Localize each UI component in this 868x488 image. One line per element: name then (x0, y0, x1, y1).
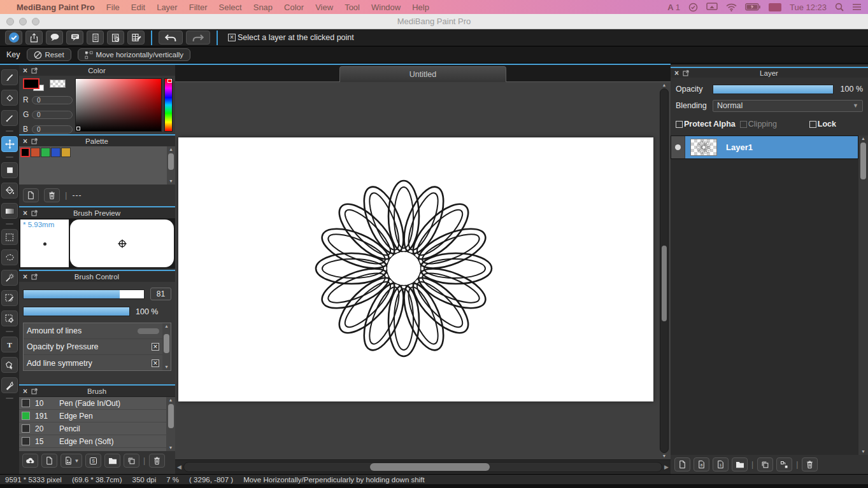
scroll-up-icon[interactable]: ▲ (169, 398, 173, 403)
close-icon[interactable]: × (23, 273, 27, 281)
gradient-tool[interactable] (1, 203, 18, 219)
popout-icon[interactable] (683, 70, 689, 76)
search-icon[interactable] (835, 3, 844, 11)
new-brush-button[interactable] (41, 454, 57, 468)
protect-alpha-checkbox[interactable]: Protect Alpha (676, 120, 736, 129)
canvas-viewport[interactable]: ▲ ▼ (175, 82, 671, 459)
blending-dropdown[interactable]: Normal ▼ (713, 100, 863, 112)
foreground-color-swatch[interactable] (23, 78, 39, 89)
eraser-tool[interactable] (1, 90, 18, 106)
brush-tool[interactable] (1, 69, 18, 85)
cloud-brush-button[interactable] (22, 454, 38, 468)
scroll-left-icon[interactable]: ◀ (177, 464, 181, 470)
select-eraser-tool[interactable] (1, 310, 18, 326)
menu-list-icon[interactable] (852, 3, 862, 11)
close-icon[interactable]: × (23, 67, 27, 74)
document-history-button[interactable] (107, 31, 124, 45)
layer-row[interactable]: Layer1 (671, 136, 858, 159)
menu-edit[interactable]: Edit (131, 3, 145, 12)
hue-slider[interactable] (164, 78, 173, 132)
checkbox-checked-icon[interactable]: × (152, 343, 159, 351)
duplicate-layer-button[interactable] (757, 457, 773, 471)
scroll-down-icon[interactable]: ▼ (169, 179, 173, 184)
delete-brush-button[interactable] (149, 454, 165, 468)
document-tab[interactable]: Untitled (339, 66, 506, 82)
script-brush-button[interactable]: S (85, 454, 101, 468)
lasso-tool[interactable] (1, 249, 18, 265)
wifi-icon[interactable] (726, 3, 737, 11)
scroll-down-icon[interactable]: ▼ (164, 365, 169, 370)
brush-item[interactable]: 10 Pen (Fade In/Out) (19, 397, 166, 410)
brush-item[interactable]: 15 Edge Pen (Soft) (19, 435, 166, 448)
scroll-right-icon[interactable]: ▶ (664, 464, 669, 470)
transparent-color-swatch[interactable] (50, 80, 66, 88)
menu-tool[interactable]: Tool (345, 3, 360, 12)
option-row[interactable]: Add line symmetry × (24, 355, 162, 371)
palette-scrollbar[interactable]: ▲ ▼ (167, 146, 175, 185)
menu-file[interactable]: File (106, 3, 120, 12)
palette-swatch[interactable] (51, 148, 60, 157)
redo-button[interactable] (186, 31, 210, 45)
scroll-up-icon[interactable]: ▲ (662, 83, 667, 88)
scroll-up-icon[interactable]: ▲ (164, 324, 169, 329)
saturation-value-picker[interactable] (75, 78, 162, 132)
checkbox-checked-icon[interactable]: × (152, 359, 159, 367)
sync-check-icon[interactable] (688, 3, 698, 12)
popout-icon[interactable] (31, 67, 38, 74)
add-image-brush-button[interactable]: ▼ (60, 454, 82, 468)
bucket-tool[interactable] (1, 183, 18, 199)
palette-swatch[interactable] (20, 148, 30, 157)
close-icon[interactable]: × (23, 209, 27, 217)
move-mode-button[interactable]: Move horizontally/vertically (78, 48, 190, 61)
menu-color[interactable]: Color (284, 3, 304, 12)
visibility-icon[interactable] (675, 144, 681, 150)
scroll-thumb[interactable] (164, 334, 169, 353)
menu-window[interactable]: Window (371, 3, 401, 12)
scroll-thumb[interactable] (168, 404, 174, 428)
option-row[interactable]: Opacity by Pressure × (24, 339, 162, 355)
brush-scrollbar[interactable]: ▲ ▼ (166, 397, 175, 451)
scroll-up-icon[interactable]: ▲ (861, 136, 865, 141)
comment-button[interactable] (46, 31, 63, 45)
scroll-down-icon[interactable]: ▼ (861, 449, 865, 454)
move-tool[interactable] (1, 136, 18, 152)
scroll-thumb[interactable] (168, 153, 174, 170)
g-value-field[interactable]: 0 (32, 111, 73, 119)
scroll-down-icon[interactable]: ▼ (169, 445, 173, 450)
menu-app-name[interactable]: MediBang Paint Pro (17, 3, 95, 12)
palette-swatch[interactable] (31, 148, 40, 157)
options-scrollbar[interactable]: ▲ ▼ (162, 323, 171, 370)
delete-palette-color-button[interactable] (44, 188, 60, 202)
text-tool[interactable]: T (1, 337, 18, 352)
delete-layer-button[interactable] (802, 457, 818, 471)
reset-button[interactable]: Reset (27, 48, 71, 61)
menu-help[interactable]: Help (412, 3, 429, 12)
brush-item[interactable]: 191 Edge Pen (19, 410, 166, 422)
close-window-button[interactable] (6, 18, 14, 25)
duplicate-brush-button[interactable] (124, 454, 139, 468)
menu-snap[interactable]: Snap (253, 3, 273, 12)
popout-icon[interactable] (31, 138, 38, 144)
layer-scrollbar[interactable]: ▲ ▼ (858, 136, 868, 455)
dot-pen-tool[interactable] (1, 110, 18, 126)
share-button[interactable] (25, 31, 43, 45)
select-rect-tool[interactable] (1, 229, 18, 245)
horizontal-scrollbar[interactable]: ◀ ▶ (175, 459, 671, 474)
operation-tool[interactable] (1, 357, 18, 373)
add-palette-color-button[interactable] (23, 188, 39, 202)
brush-size-value[interactable]: 81 (150, 288, 171, 300)
close-icon[interactable]: × (674, 69, 679, 77)
shape-fill-tool[interactable] (1, 162, 18, 178)
new-8bit-layer-button[interactable]: 8 (694, 457, 709, 471)
scroll-down-icon[interactable]: ▼ (662, 454, 667, 459)
select-layer-checkbox[interactable]: × Select a layer at the clicked point (228, 33, 354, 42)
popout-icon[interactable] (31, 210, 38, 216)
minimize-window-button[interactable] (19, 18, 27, 25)
popout-icon[interactable] (31, 274, 38, 280)
divide-tool[interactable] (1, 377, 18, 393)
document-button[interactable] (87, 31, 104, 45)
scroll-thumb[interactable] (662, 246, 667, 322)
scroll-up-icon[interactable]: ▲ (169, 147, 173, 152)
close-icon[interactable]: × (23, 387, 27, 395)
canvas[interactable] (178, 137, 653, 401)
